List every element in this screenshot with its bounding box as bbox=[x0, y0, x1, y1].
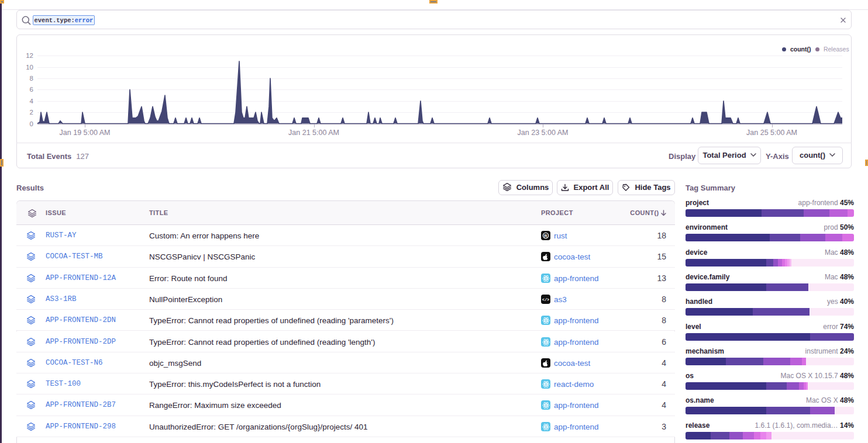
svg-text:R: R bbox=[544, 233, 547, 238]
svg-text:</>: </> bbox=[542, 297, 549, 302]
